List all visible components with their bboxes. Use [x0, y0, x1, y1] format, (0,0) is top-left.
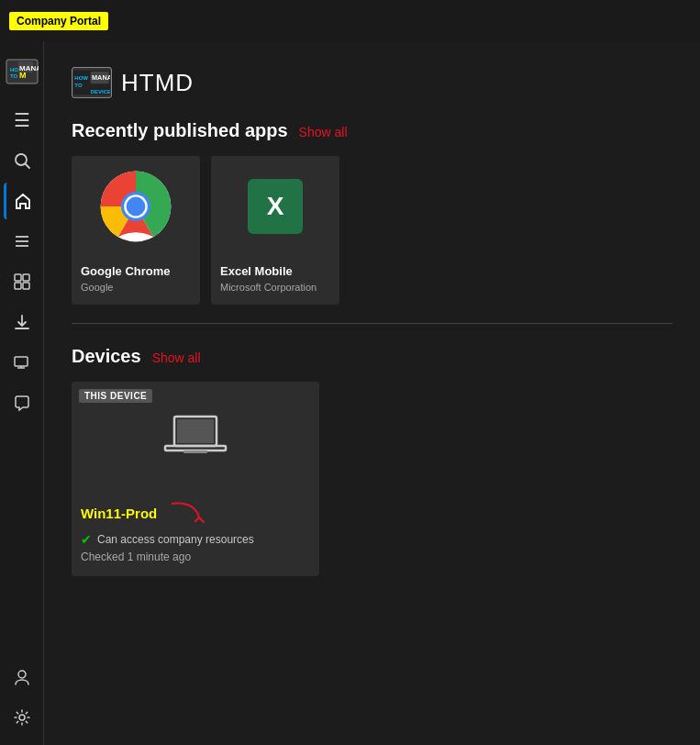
excel-app-info: Excel Mobile Microsoft Corporation	[211, 257, 339, 305]
device-status-text: Can access company resources	[97, 533, 254, 546]
search-icon	[13, 151, 31, 170]
svg-text:DEVICES: DEVICES	[91, 89, 110, 95]
brand-logo-icon: HOW TO MANA DEVICES	[73, 69, 110, 96]
chrome-icon-area	[72, 156, 200, 257]
excel-app-publisher: Microsoft Corporation	[220, 281, 330, 294]
recently-published-header: Recently published apps Show all	[72, 120, 672, 141]
list-icon	[13, 232, 31, 250]
apps-show-all-link[interactable]: Show all	[299, 125, 348, 139]
svg-rect-16	[15, 357, 28, 366]
device-icon-area: THIS DEVICE	[72, 382, 319, 492]
app-card-excel[interactable]: X Excel Mobile Microsoft Corporation	[211, 156, 339, 305]
app-card-chrome[interactable]: Google Chrome Google	[72, 156, 200, 305]
arrow-annotation-icon	[162, 499, 208, 527]
excel-app-name: Excel Mobile	[220, 264, 330, 278]
laptop-icon	[163, 411, 228, 462]
settings-icon	[13, 708, 31, 727]
devices-grid: THIS DEVICE Win11-Prod	[72, 382, 672, 576]
devices-icon	[13, 353, 31, 372]
svg-rect-33	[165, 446, 226, 450]
sidebar-item-download[interactable]	[4, 304, 40, 340]
device-name: Win11-Prod	[81, 499, 310, 527]
svg-text:MANA: MANA	[19, 64, 39, 72]
svg-rect-13	[15, 283, 21, 289]
chrome-app-publisher: Google	[81, 281, 191, 294]
this-device-badge: THIS DEVICE	[79, 389, 152, 403]
sidebar-item-menu[interactable]: ☰	[4, 102, 40, 139]
section-divider	[72, 323, 672, 324]
svg-rect-32	[177, 419, 214, 443]
svg-text:MANA: MANA	[92, 73, 110, 82]
htmd-logo-icon: HOW TO M MANA	[6, 59, 39, 84]
sidebar-item-settings[interactable]	[4, 699, 40, 736]
chrome-app-icon	[99, 170, 172, 243]
sidebar-item-catalog[interactable]	[4, 263, 40, 300]
user-icon	[13, 668, 31, 686]
svg-rect-14	[23, 283, 29, 289]
logo-area: HOW TO M MANA	[0, 49, 44, 95]
company-portal-badge: Company Portal	[9, 12, 108, 30]
devices-header: Devices Show all	[72, 346, 672, 367]
device-status: ✔ Can access company resources	[81, 532, 310, 547]
sidebar-item-home[interactable]	[4, 183, 40, 219]
devices-title: Devices	[72, 346, 141, 367]
device-checked-text: Checked 1 minute ago	[81, 550, 310, 563]
svg-rect-34	[183, 450, 207, 453]
device-card-win11[interactable]: THIS DEVICE Win11-Prod	[72, 382, 319, 576]
sidebar-item-devices[interactable]	[4, 344, 40, 381]
top-bar: Company Portal	[0, 0, 700, 41]
brand-header: HOW TO MANA DEVICES HTMD	[72, 67, 672, 98]
sidebar-item-search[interactable]	[4, 142, 40, 179]
svg-point-30	[127, 197, 146, 217]
status-check-icon: ✔	[81, 532, 92, 547]
download-icon	[13, 313, 31, 331]
main-content: HOW TO MANA DEVICES HTMD Recently publis…	[44, 41, 700, 745]
svg-line-7	[25, 164, 29, 169]
svg-text:HOW: HOW	[74, 75, 88, 81]
brand-logo-box: HOW TO MANA DEVICES	[72, 67, 112, 98]
sidebar-item-list[interactable]	[4, 223, 40, 260]
home-icon	[14, 192, 32, 210]
device-info: Win11-Prod ✔ Can access company resource…	[72, 492, 319, 576]
recently-published-title: Recently published apps	[72, 120, 288, 141]
excel-icon-area: X	[211, 156, 339, 257]
svg-text:TO: TO	[74, 83, 83, 88]
support-icon	[13, 394, 31, 412]
sidebar: HOW TO M MANA ☰	[0, 41, 44, 745]
excel-app-icon: X	[248, 179, 303, 234]
brand-name: HTMD	[121, 69, 194, 97]
device-name-text: Win11-Prod	[81, 506, 157, 521]
chrome-app-info: Google Chrome Google	[72, 257, 200, 305]
svg-rect-11	[15, 274, 21, 281]
svg-text:TO: TO	[10, 73, 18, 79]
devices-show-all-link[interactable]: Show all	[152, 350, 201, 365]
svg-rect-12	[23, 274, 29, 281]
sidebar-item-support[interactable]	[4, 384, 40, 421]
apps-grid: Google Chrome Google X Excel Mobile Micr…	[72, 156, 672, 305]
chrome-app-name: Google Chrome	[81, 264, 191, 278]
main-layout: HOW TO M MANA ☰	[0, 41, 700, 745]
catalog-icon	[13, 272, 31, 291]
svg-point-20	[19, 715, 25, 720]
sidebar-item-user[interactable]	[4, 659, 40, 695]
sidebar-bottom	[4, 659, 40, 745]
svg-point-19	[18, 671, 26, 678]
